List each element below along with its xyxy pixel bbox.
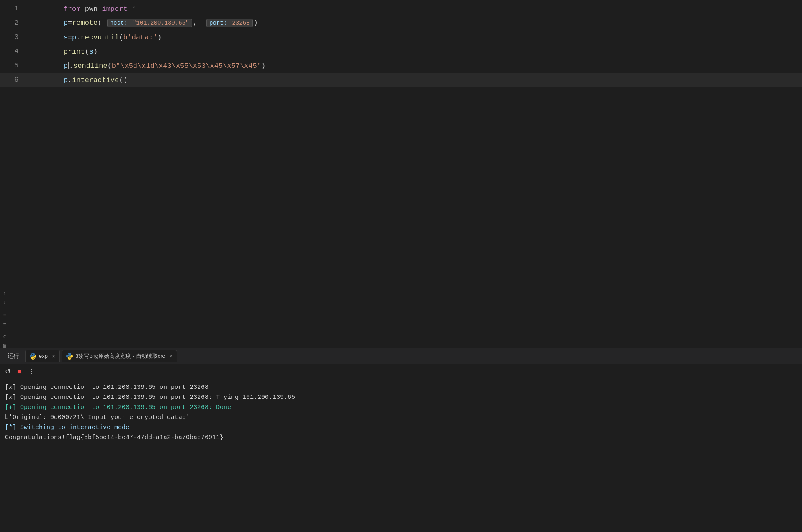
output-line-6: Congratulations!flag{5bf5be14-be47-47dd-… <box>5 433 797 443</box>
code-line-3: 3 s=p.recvuntil(b'data:') <box>0 30 802 44</box>
output-line-4: b'Original: 0d000721\nInput your encrypt… <box>5 413 797 423</box>
more-button[interactable]: ⋮ <box>26 367 36 376</box>
terminal-toolbar: ↺ ■ ⋮ <box>0 364 802 379</box>
string-data: b'data:' <box>123 33 157 41</box>
terminal-output[interactable]: [x] Opening connection to 101.200.139.65… <box>0 379 802 532</box>
output-line-3: [+] Opening connection to 101.200.139.65… <box>5 403 797 413</box>
code-text: ( <box>119 33 123 41</box>
tab-png-close[interactable]: × <box>169 353 172 360</box>
line-number-3: 3 <box>0 33 25 41</box>
lines-icon[interactable]: ≡ <box>1 311 8 319</box>
editor-area: 1 from pwn import * 2 p=remote( host: "1… <box>0 0 802 348</box>
line-number-4: 4 <box>0 48 25 55</box>
scroll-down-icon[interactable]: ↓ <box>1 299 8 306</box>
code-line-6: 6 p.interactive() <box>0 73 802 87</box>
line-number-5: 5 <box>0 62 25 69</box>
tooltip-port: port: 23268 <box>206 19 252 27</box>
code-text: () <box>119 76 127 84</box>
lines-down-icon[interactable]: ≣ <box>1 321 8 328</box>
code-text: ) <box>157 33 162 41</box>
line-content-6: p.interactive() <box>25 68 128 92</box>
python-icon-2 <box>66 353 73 360</box>
run-label: 运行 <box>3 351 23 362</box>
code-text: . <box>68 76 72 84</box>
tab-exp-label: exp <box>39 353 48 359</box>
var-p4: p <box>64 76 68 84</box>
code-container: 1 from pwn import * 2 p=remote( host: "1… <box>0 0 802 348</box>
line-number-1: 1 <box>0 5 25 13</box>
fn-interactive: interactive <box>72 76 119 84</box>
output-line-5: [*] Switching to interactive mode <box>5 423 797 433</box>
code-text: ) <box>254 19 258 27</box>
code-text: ) <box>261 62 265 70</box>
tab-png-label: 3改写png原始高度宽度 - 自动读取crc <box>75 352 165 360</box>
python-icon-1 <box>30 353 36 360</box>
code-text: , <box>193 19 206 27</box>
refresh-button[interactable]: ↺ <box>3 367 12 376</box>
output-line-1: [x] Opening connection to 101.200.139.65… <box>5 383 797 393</box>
trash-icon[interactable]: 🗑 <box>1 342 8 350</box>
scroll-up-icon[interactable]: ↑ <box>1 290 8 297</box>
line-number-2: 2 <box>0 19 25 27</box>
tab-exp-close[interactable]: × <box>52 353 55 360</box>
terminal-tabs: 运行 exp × 3改写png原始高度宽度 - 自动读取crc × <box>0 348 802 364</box>
tooltip-port-value: 23268 <box>232 20 250 26</box>
tab-exp[interactable]: exp × <box>25 350 60 362</box>
line-number-6: 6 <box>0 76 25 84</box>
terminal-panel: 运行 exp × 3改写png原始高度宽度 - 自动读取crc × ↺ ■ ⋮ … <box>0 348 802 532</box>
tab-png[interactable]: 3改写png原始高度宽度 - 自动读取crc × <box>62 350 177 362</box>
print-icon[interactable]: 🖨 <box>1 333 8 341</box>
scroll-arrows: ↑ ↓ ≡ ≣ 🖨 🗑 <box>0 289 9 351</box>
stop-button[interactable]: ■ <box>15 367 23 376</box>
output-line-2: [x] Opening connection to 101.200.139.65… <box>5 393 797 403</box>
string-bytes: b"\x5d\x1d\x43\x55\x53\x45\x57\x45" <box>112 62 261 70</box>
